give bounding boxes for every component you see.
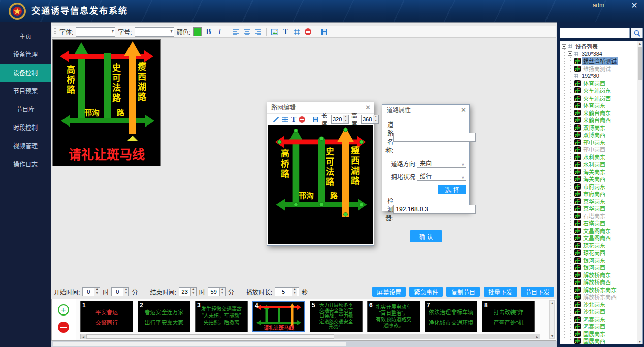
duration-input[interactable]	[275, 288, 292, 296]
tree-node[interactable]: 设备列表	[560, 43, 642, 50]
save-icon[interactable]	[320, 27, 329, 36]
program-thumbnail[interactable]: 6 扎实开展电动车“百日整治”，有效预防道路交通事故。	[367, 301, 420, 332]
end-minute-stepper[interactable]: ▲▼	[208, 287, 226, 296]
tree-node[interactable]: 市府岗东	[560, 183, 642, 191]
road-editor-canvas[interactable]: 高桥路 史可法路 瘦西湖路 邗沟 路	[268, 125, 373, 244]
stepper-arrows-icon[interactable]: ▲▼	[343, 115, 348, 123]
start-minute-stepper[interactable]: ▲▼	[111, 287, 129, 296]
bold-button[interactable]: B	[204, 27, 213, 36]
road-direction-select[interactable]: 来向˅	[417, 159, 466, 168]
tree-node[interactable]: 银河岗东	[560, 257, 642, 264]
tree-expander-icon[interactable]	[568, 74, 572, 78]
tree-node[interactable]: 邗中岗东	[560, 139, 642, 146]
remove-program-button[interactable]	[58, 322, 69, 333]
scroll-down-icon[interactable]: ▾	[550, 334, 555, 338]
tree-expander-icon[interactable]	[562, 44, 566, 49]
stepper-arrows-icon[interactable]: ▲▼	[219, 288, 225, 296]
duration-stepper[interactable]: ▲▼	[275, 287, 299, 296]
close-icon[interactable]: ✕	[461, 105, 466, 116]
stepper-arrows-icon[interactable]: ▲▼	[373, 115, 378, 123]
length-stepper[interactable]: ▲▼	[331, 115, 349, 124]
end-hour-stepper[interactable]: ▲▼	[179, 287, 197, 296]
tree-node[interactable]: 320*384	[560, 50, 642, 58]
scrollbar-thumb[interactable]	[53, 342, 346, 346]
device-search-input[interactable]	[560, 28, 630, 38]
tree-node[interactable]: 邗中岗西	[560, 146, 642, 153]
font-size-select[interactable]: ▾	[135, 27, 174, 37]
sidebar-item[interactable]: 时段控制	[0, 119, 51, 137]
tree-node[interactable]: 螺丝湾桥测试	[560, 57, 642, 65]
font-select[interactable]: ▾	[76, 27, 115, 37]
sidebar-item[interactable]: 节目库	[0, 101, 51, 119]
tree-node[interactable]: 来鹤台岗西	[560, 116, 642, 124]
close-icon[interactable]: ✕	[365, 102, 371, 113]
tree-node[interactable]: 琼花岗西	[560, 249, 642, 257]
align-right-icon[interactable]	[254, 27, 263, 36]
tree-node[interactable]: 琼花岗东	[560, 242, 642, 249]
action-button[interactable]: 批量下发	[484, 287, 517, 297]
tree-node[interactable]: 京华岗东	[560, 198, 642, 205]
minimize-button[interactable]: —	[615, 1, 626, 9]
sidebar-item[interactable]: 节目预案	[0, 82, 51, 101]
tree-node[interactable]: 京华岗西	[560, 205, 642, 212]
insert-text-icon[interactable]: T	[291, 115, 296, 124]
program-thumbnail[interactable]: 3 发生轻微交通事故“人未伤，车能动”先拍照，后撤离	[195, 301, 248, 332]
tree-node[interactable]: 文昌阁岗西	[560, 234, 642, 242]
tree-node[interactable]: 火车站岗东	[560, 87, 642, 94]
tree-node[interactable]: 鸿泰岗东	[560, 316, 642, 323]
tree-node[interactable]: 石塔岗东	[560, 212, 642, 220]
program-thumbnail[interactable]: 1 平安春运交警同行	[80, 301, 133, 332]
end-minute-input[interactable]	[208, 288, 219, 296]
tree-node[interactable]: 双博岗西	[560, 131, 642, 139]
device-search-button[interactable]	[631, 28, 643, 38]
align-center-icon[interactable]	[243, 27, 251, 36]
tree-node[interactable]: 沙北岗东	[560, 301, 642, 308]
scroll-up-icon[interactable]: ▴	[550, 301, 555, 305]
sidebar-item[interactable]: 操作日志	[0, 155, 51, 174]
playlist-vertical-scrollbar[interactable]: ▴ ▾	[549, 300, 555, 339]
tree-node[interactable]: 国展岗东	[560, 330, 642, 338]
stepper-arrows-icon[interactable]: ▲▼	[123, 288, 128, 296]
scrollbar-thumb[interactable]	[86, 334, 334, 339]
save-icon[interactable]	[312, 115, 319, 124]
device-label[interactable]: 国展岗西	[582, 337, 606, 344]
align-left-icon[interactable]	[232, 27, 240, 36]
tree-node[interactable]: 海关岗西	[560, 175, 642, 183]
tree-node[interactable]: 市府岗西	[560, 190, 642, 198]
color-swatch[interactable]	[193, 27, 202, 36]
tree-node[interactable]: 解放桥东岗东	[560, 286, 642, 294]
length-input[interactable]	[332, 115, 343, 123]
tree-node[interactable]: 石塔岗西	[560, 219, 642, 227]
delete-item-icon[interactable]	[299, 115, 305, 124]
detector-input[interactable]	[393, 205, 476, 214]
tree-node[interactable]: 文昌阁岗东	[560, 227, 642, 235]
tree-node[interactable]: 水利岗西	[560, 161, 642, 168]
device-label[interactable]: 320*384	[581, 51, 603, 57]
sidebar-item[interactable]: 视频管理	[0, 137, 51, 155]
dialog-titlebar[interactable]: 道路属性 ✕	[382, 105, 469, 116]
sidebar-item[interactable]: 设备管理	[0, 46, 51, 64]
scroll-right-icon[interactable]: ▸	[535, 335, 540, 339]
tree-node[interactable]: 海关岗东	[560, 168, 642, 176]
delete-item-icon[interactable]	[304, 27, 312, 36]
program-thumbnail[interactable]: 7 依法治理非标车辆净化城市交通环境	[425, 301, 477, 332]
scroll-left-icon[interactable]: ◂	[81, 335, 86, 339]
tree-node[interactable]: 鸿泰岗西	[560, 323, 642, 330]
stepper-arrows-icon[interactable]: ▲▼	[94, 288, 100, 296]
device-label[interactable]: 192*80	[581, 73, 600, 79]
start-hour-stepper[interactable]: ▲▼	[82, 287, 100, 296]
sidebar-item[interactable]: 主页	[0, 27, 51, 46]
congestion-select[interactable]: 缓行˅	[417, 172, 466, 181]
tree-node[interactable]: 解放桥岗东	[560, 271, 642, 279]
tree-node[interactable]: 火车站岗西	[560, 94, 642, 102]
action-button[interactable]: 节目下发	[521, 287, 554, 297]
led-preview-display[interactable]: 高桥路 史可法路 瘦西湖路 邗沟 路 请礼让斑马线	[52, 39, 161, 166]
tree-node[interactable]: 银河岗西	[560, 264, 642, 271]
height-stepper[interactable]: ▲▼	[361, 115, 379, 124]
add-program-button[interactable]: +	[58, 304, 69, 316]
crossing-icon[interactable]	[282, 115, 288, 124]
tree-node[interactable]: 解放桥岗西	[560, 278, 642, 286]
tree-node[interactable]: 水利岗东	[560, 153, 642, 161]
close-button[interactable]: ✕	[629, 1, 640, 10]
tree-node[interactable]: 双博岗东	[560, 124, 642, 132]
